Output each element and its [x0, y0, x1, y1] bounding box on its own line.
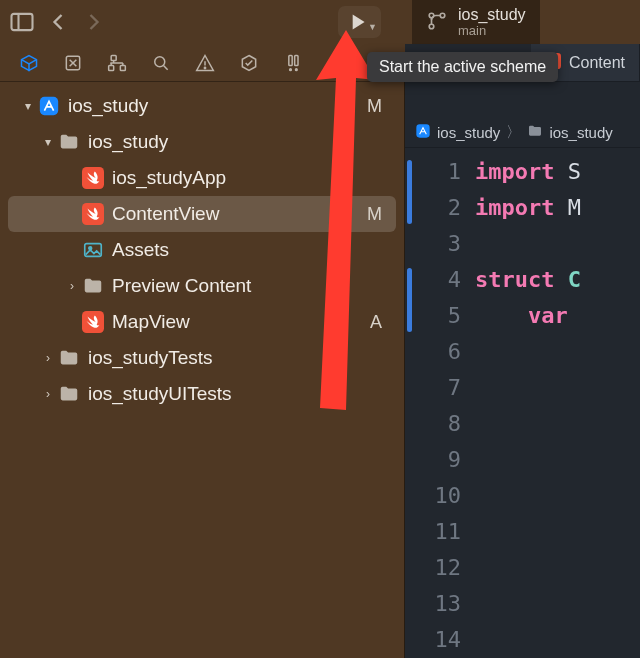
tree-item-label: ios_studyApp — [112, 167, 226, 189]
issue-navigator-tab[interactable] — [184, 47, 226, 79]
svg-point-3 — [429, 24, 434, 29]
forward-button[interactable] — [80, 8, 108, 36]
chevron-down-icon: ▼ — [368, 22, 377, 32]
find-navigator-tab[interactable] — [140, 47, 182, 79]
crumb-folder: ios_study — [549, 124, 612, 141]
folder-icon — [58, 131, 80, 153]
svg-point-22 — [296, 68, 298, 70]
folder-icon — [527, 123, 543, 142]
svg-point-4 — [440, 13, 445, 18]
editor-tab-label: Content — [569, 54, 625, 72]
tree-item-label: ios_studyTests — [88, 347, 213, 369]
assets-icon — [82, 239, 104, 261]
svg-line-16 — [164, 65, 168, 69]
folder-icon — [58, 383, 80, 405]
tree-item-label: Preview Content — [112, 275, 251, 297]
tree-item[interactable]: ContentViewM — [8, 196, 396, 232]
svg-rect-8 — [111, 55, 116, 60]
branch-icon — [426, 10, 448, 35]
tree-item-label: ContentView — [112, 203, 219, 225]
breakpoint-navigator-tab[interactable] — [316, 47, 358, 79]
project-navigator-tab[interactable] — [8, 47, 50, 79]
tree-item[interactable]: MapViewA — [8, 304, 396, 340]
tree-item[interactable]: ›ios_studyUITests — [8, 376, 396, 412]
code-source[interactable]: import Simport Mstruct C var — [475, 154, 640, 658]
tree-item[interactable]: ios_studyApp — [8, 160, 396, 196]
scheme-name: ios_study — [458, 6, 526, 24]
code-editor[interactable]: 1234567891011121314 import Simport Mstru… — [405, 148, 640, 658]
svg-rect-19 — [289, 55, 292, 65]
status-badge: M — [367, 204, 382, 225]
crumb-project: ios_study — [437, 124, 500, 141]
svg-point-18 — [204, 67, 205, 68]
tree-item[interactable]: Assets — [8, 232, 396, 268]
project-root[interactable]: ▾ ios_study M — [8, 88, 396, 124]
svg-rect-31 — [416, 125, 429, 138]
tree-item[interactable]: ▾ios_study — [8, 124, 396, 160]
swift-icon — [82, 311, 104, 333]
play-icon — [344, 9, 370, 35]
back-button[interactable] — [44, 8, 72, 36]
disclosure-open-icon: ▾ — [20, 99, 36, 113]
disclosure-closed-icon[interactable]: › — [64, 279, 80, 293]
project-icon — [38, 95, 60, 117]
project-navigator: ▾ ios_study M ▾ios_studyios_studyAppCont… — [0, 82, 405, 658]
tree-item[interactable]: ›Preview Content — [8, 268, 396, 304]
debug-navigator-tab[interactable] — [272, 47, 314, 79]
run-button[interactable]: ▼ — [338, 6, 381, 38]
scheme-branch: main — [458, 24, 526, 38]
test-navigator-tab[interactable] — [228, 47, 270, 79]
breadcrumb[interactable]: ios_study 〉 ios_study — [405, 119, 640, 148]
folder-icon — [58, 347, 80, 369]
disclosure-closed-icon[interactable]: › — [40, 387, 56, 401]
project-icon — [415, 123, 431, 142]
svg-rect-20 — [295, 55, 298, 65]
line-gutter: 1234567891011121314 — [405, 154, 475, 658]
toggle-sidebar-button[interactable] — [8, 8, 36, 36]
svg-point-21 — [290, 68, 292, 70]
chevron-right-icon: 〉 — [506, 123, 521, 142]
disclosure-closed-icon[interactable]: › — [40, 351, 56, 365]
status-badge: A — [370, 312, 382, 333]
folder-icon — [82, 275, 104, 297]
svg-rect-9 — [109, 65, 114, 70]
editor-area: ios_study 〉 ios_study 123456789101112131… — [405, 82, 640, 658]
svg-rect-10 — [120, 65, 125, 70]
tree-item-label: ios_studyUITests — [88, 383, 232, 405]
tree-item-label: ios_study — [88, 131, 168, 153]
disclosure-open-icon[interactable]: ▾ — [40, 135, 56, 149]
toolbar: ▼ ios_study main — [0, 0, 640, 44]
status-badge: M — [367, 96, 382, 117]
tree-item[interactable]: ›ios_studyTests — [8, 340, 396, 376]
svg-point-15 — [155, 56, 165, 66]
run-tooltip: Start the active scheme — [367, 52, 558, 82]
project-root-label: ios_study — [68, 95, 148, 117]
svg-rect-28 — [85, 244, 102, 257]
symbol-navigator-tab[interactable] — [96, 47, 138, 79]
source-control-navigator-tab[interactable] — [52, 47, 94, 79]
swift-icon — [82, 203, 104, 225]
scheme-selector[interactable]: ios_study main — [412, 0, 540, 44]
tree-item-label: MapView — [112, 311, 190, 333]
svg-rect-0 — [12, 14, 33, 30]
swift-icon — [82, 167, 104, 189]
tree-item-label: Assets — [112, 239, 169, 261]
